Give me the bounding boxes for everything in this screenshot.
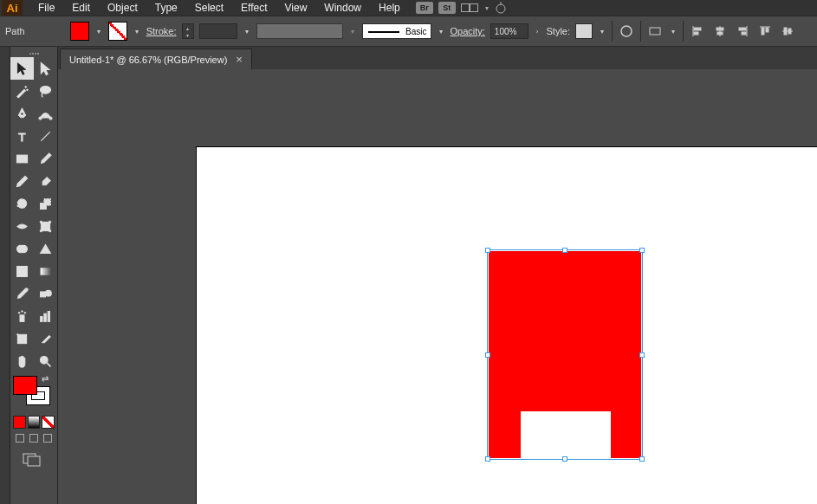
draw-normal-icon[interactable] — [16, 434, 24, 443]
menu-object[interactable]: Object — [99, 0, 146, 16]
menu-file[interactable]: File — [29, 0, 63, 16]
svg-point-47 — [24, 312, 26, 313]
symbol-sprayer-tool[interactable] — [10, 305, 34, 327]
svg-rect-51 — [17, 334, 26, 343]
fill-dropdown-icon[interactable]: ▾ — [94, 28, 103, 36]
magic-wand-tool[interactable] — [10, 80, 34, 102]
recolor-icon[interactable] — [618, 23, 635, 40]
menu-select[interactable]: Select — [186, 0, 232, 16]
gradient-tool[interactable] — [34, 260, 57, 282]
shape-builder-tool[interactable] — [10, 237, 34, 260]
eyedropper-tool[interactable] — [10, 282, 34, 305]
stroke-label[interactable]: Stroke: — [146, 26, 177, 36]
menu-effect[interactable]: Effect — [232, 0, 276, 16]
stroke-style-dropdown[interactable] — [199, 23, 237, 39]
blend-tool[interactable] — [34, 282, 57, 305]
pen-tool[interactable] — [10, 102, 34, 125]
tools-panel: T — [10, 47, 58, 504]
svg-rect-12 — [742, 32, 746, 35]
swap-colors-icon[interactable]: ⇄ — [42, 374, 49, 384]
gpu-icon[interactable] — [494, 2, 508, 14]
svg-rect-50 — [48, 311, 50, 321]
svg-rect-30 — [41, 222, 49, 230]
opacity-chevron-icon[interactable]: › — [534, 28, 541, 36]
tools-grip[interactable] — [10, 50, 57, 57]
selection-tool[interactable] — [10, 57, 34, 80]
perspective-grid-tool[interactable] — [34, 237, 57, 260]
fill-stroke-picker[interactable]: ⇄ — [10, 372, 57, 414]
lasso-tool[interactable] — [34, 80, 57, 102]
stroke-weight-stepper[interactable]: ▴▾ — [182, 23, 194, 39]
opacity-field[interactable]: 100% — [490, 23, 528, 39]
align-left-icon[interactable] — [689, 23, 706, 40]
style-chevron-icon[interactable]: ▾ — [598, 28, 606, 36]
svg-line-26 — [41, 132, 49, 140]
svg-rect-9 — [717, 32, 723, 35]
canvas[interactable] — [58, 69, 817, 504]
svg-rect-40 — [41, 268, 51, 275]
curvature-tool[interactable] — [34, 102, 57, 125]
close-tab-icon[interactable]: × — [236, 53, 243, 66]
bridge-badge[interactable]: Br — [416, 2, 433, 14]
menu-type[interactable]: Type — [146, 0, 186, 16]
free-transform-tool[interactable] — [34, 215, 57, 237]
selection-type-label: Path — [5, 26, 25, 36]
fill-color-swatch[interactable] — [70, 22, 89, 41]
align-top-icon[interactable] — [756, 23, 774, 40]
red-path-right-leg[interactable] — [611, 411, 641, 458]
width-tool[interactable] — [10, 215, 34, 237]
column-graph-tool[interactable] — [34, 305, 57, 327]
hand-tool[interactable] — [10, 350, 34, 372]
draw-inside-icon[interactable] — [43, 434, 52, 443]
stock-badge[interactable]: St — [438, 2, 456, 14]
rotate-tool[interactable] — [10, 192, 34, 215]
brush-chevron-icon[interactable]: ▾ — [437, 28, 445, 36]
scale-tool[interactable] — [34, 192, 57, 215]
align-right-icon[interactable] — [734, 23, 751, 40]
direct-selection-tool[interactable] — [34, 57, 57, 80]
opacity-label[interactable]: Opacity: — [451, 26, 485, 36]
svg-rect-8 — [716, 28, 723, 30]
color-mode-gradient[interactable] — [28, 416, 41, 429]
chevron-down-icon[interactable]: ▾ — [485, 4, 489, 12]
svg-rect-44 — [20, 314, 24, 321]
draw-behind-icon[interactable] — [29, 434, 38, 443]
align-hcenter-icon[interactable] — [711, 23, 729, 40]
screen-mode-icon[interactable] — [23, 453, 42, 467]
handle-bottom-center[interactable] — [562, 456, 567, 462]
paintbrush-tool[interactable] — [34, 147, 57, 170]
svg-point-32 — [49, 221, 51, 223]
mesh-tool[interactable] — [10, 260, 34, 282]
menu-window[interactable]: Window — [315, 0, 370, 16]
stroke-style-chevron-icon[interactable]: ▾ — [243, 28, 251, 36]
svg-text:T: T — [18, 130, 25, 143]
eraser-tool[interactable] — [34, 170, 57, 192]
color-mode-solid[interactable] — [13, 416, 26, 429]
color-mode-none[interactable] — [42, 416, 55, 429]
menu-help[interactable]: Help — [370, 0, 409, 16]
zoom-tool[interactable] — [34, 350, 57, 372]
arrange-docs-icon[interactable] — [461, 3, 478, 12]
type-tool[interactable]: T — [10, 125, 34, 147]
align-panel-icon[interactable] — [646, 23, 664, 40]
pencil-tool[interactable] — [10, 170, 34, 192]
panel-collapse-strip[interactable] — [0, 47, 10, 504]
red-path-top[interactable] — [489, 251, 641, 411]
stroke-color-swatch[interactable] — [108, 22, 127, 41]
line-tool[interactable] — [34, 125, 57, 147]
artboard-tool[interactable] — [10, 327, 34, 350]
fill-box[interactable] — [13, 376, 37, 395]
rectangle-tool[interactable] — [10, 147, 34, 170]
stroke-dropdown-icon[interactable]: ▾ — [133, 28, 141, 36]
document-tab[interactable]: Untitled-1* @ 66.67% (RGB/Preview) × — [60, 48, 252, 69]
tab-title: Untitled-1* @ 66.67% (RGB/Preview) — [69, 55, 227, 65]
align-chevron-icon[interactable]: ▾ — [669, 28, 678, 36]
menu-view[interactable]: View — [276, 0, 316, 16]
brush-definition[interactable]: Basic — [362, 23, 431, 39]
red-path-left-leg[interactable] — [489, 411, 521, 458]
artboard[interactable] — [197, 147, 817, 504]
graphic-style-swatch[interactable] — [575, 23, 593, 39]
slice-tool[interactable] — [34, 327, 57, 350]
align-vcenter-icon[interactable] — [779, 23, 796, 40]
menu-edit[interactable]: Edit — [63, 0, 99, 16]
